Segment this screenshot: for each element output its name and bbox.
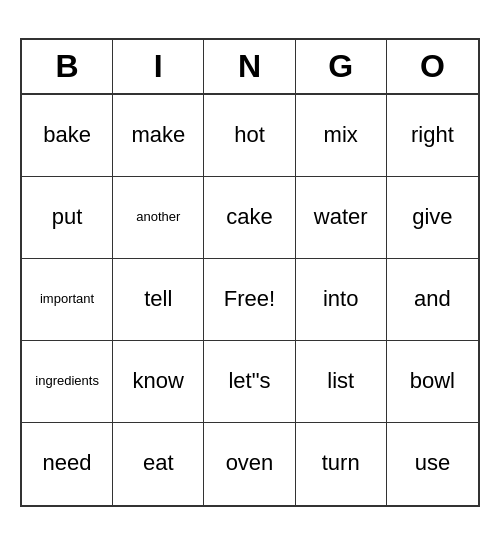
cell-text-4-4: use [415, 450, 450, 476]
cell-4-1: eat [113, 423, 204, 505]
cell-2-0: important [22, 259, 113, 341]
cell-4-4: use [387, 423, 478, 505]
cell-3-2: let"s [204, 341, 295, 423]
header-letter-o: O [387, 40, 478, 93]
cell-4-2: oven [204, 423, 295, 505]
cell-3-3: list [296, 341, 387, 423]
cell-text-0-1: make [131, 122, 185, 148]
cell-2-3: into [296, 259, 387, 341]
cell-text-3-3: list [327, 368, 354, 394]
cell-1-1: another [113, 177, 204, 259]
cell-text-2-2: Free! [224, 286, 275, 312]
header-letter-n: N [204, 40, 295, 93]
cell-0-1: make [113, 95, 204, 177]
cell-text-0-2: hot [234, 122, 265, 148]
cell-1-0: put [22, 177, 113, 259]
cell-text-1-3: water [314, 204, 368, 230]
cell-text-3-4: bowl [410, 368, 455, 394]
cell-text-0-4: right [411, 122, 454, 148]
cell-3-4: bowl [387, 341, 478, 423]
cell-text-1-1: another [136, 209, 180, 225]
bingo-grid: bakemakehotmixrightputanothercakewatergi… [22, 95, 478, 505]
bingo-header: BINGO [22, 40, 478, 95]
cell-2-4: and [387, 259, 478, 341]
cell-text-2-3: into [323, 286, 358, 312]
cell-0-2: hot [204, 95, 295, 177]
cell-2-1: tell [113, 259, 204, 341]
cell-text-2-1: tell [144, 286, 172, 312]
cell-text-4-3: turn [322, 450, 360, 476]
cell-0-0: bake [22, 95, 113, 177]
cell-text-3-0: ingredients [35, 373, 99, 389]
cell-text-1-2: cake [226, 204, 272, 230]
cell-text-1-4: give [412, 204, 452, 230]
cell-1-4: give [387, 177, 478, 259]
cell-text-2-4: and [414, 286, 451, 312]
cell-text-0-0: bake [43, 122, 91, 148]
cell-text-3-2: let"s [228, 368, 270, 394]
header-letter-i: I [113, 40, 204, 93]
cell-text-4-0: need [43, 450, 92, 476]
cell-1-2: cake [204, 177, 295, 259]
cell-text-1-0: put [52, 204, 83, 230]
cell-0-3: mix [296, 95, 387, 177]
cell-text-4-1: eat [143, 450, 174, 476]
cell-text-2-0: important [40, 291, 94, 307]
cell-0-4: right [387, 95, 478, 177]
cell-2-2: Free! [204, 259, 295, 341]
cell-4-0: need [22, 423, 113, 505]
cell-text-3-1: know [133, 368, 184, 394]
cell-3-1: know [113, 341, 204, 423]
cell-4-3: turn [296, 423, 387, 505]
bingo-card: BINGO bakemakehotmixrightputanothercakew… [20, 38, 480, 507]
cell-1-3: water [296, 177, 387, 259]
header-letter-b: B [22, 40, 113, 93]
cell-3-0: ingredients [22, 341, 113, 423]
cell-text-4-2: oven [226, 450, 274, 476]
cell-text-0-3: mix [324, 122, 358, 148]
header-letter-g: G [296, 40, 387, 93]
